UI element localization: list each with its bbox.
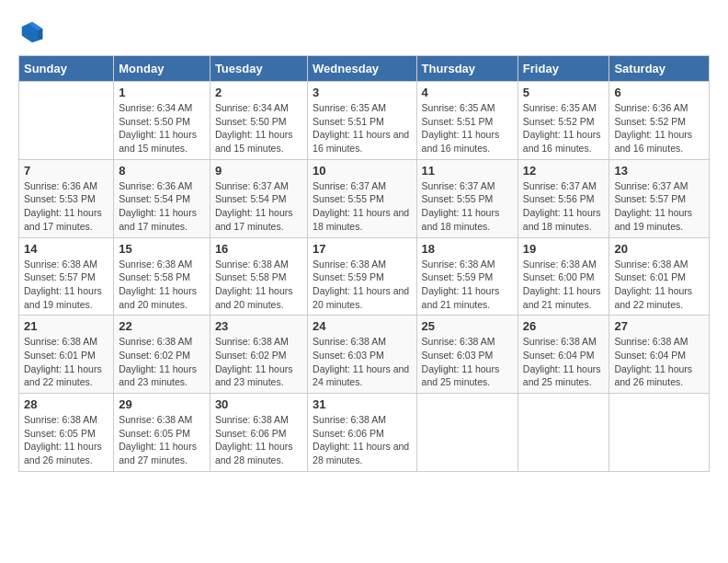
day-info: Sunrise: 6:34 AM Sunset: 5:50 PM Dayligh… [119,101,205,155]
day-info: Sunrise: 6:36 AM Sunset: 5:52 PM Dayligh… [614,101,704,155]
calendar-cell [19,82,114,160]
logo [18,18,50,46]
day-info: Sunrise: 6:38 AM Sunset: 5:59 PM Dayligh… [313,258,411,312]
calendar-cell: 31Sunrise: 6:38 AM Sunset: 6:06 PM Dayli… [308,394,416,472]
day-number: 10 [313,164,411,178]
logo-icon [18,18,46,46]
calendar-cell: 18Sunrise: 6:38 AM Sunset: 5:59 PM Dayli… [416,237,518,316]
day-number: 9 [215,164,302,178]
day-info: Sunrise: 6:38 AM Sunset: 5:59 PM Dayligh… [422,258,513,312]
day-info: Sunrise: 6:38 AM Sunset: 6:06 PM Dayligh… [313,413,411,467]
day-info: Sunrise: 6:38 AM Sunset: 6:05 PM Dayligh… [24,413,108,467]
calendar-cell: 8Sunrise: 6:36 AM Sunset: 5:54 PM Daylig… [114,159,210,237]
day-number: 12 [523,164,605,178]
day-info: Sunrise: 6:38 AM Sunset: 6:01 PM Dayligh… [24,335,108,389]
column-header-sunday: Sunday [19,56,114,82]
column-header-saturday: Saturday [609,56,710,82]
day-number: 24 [313,319,411,333]
calendar-week-3: 14Sunrise: 6:38 AM Sunset: 5:57 PM Dayli… [19,237,710,316]
day-number: 14 [24,242,108,256]
calendar-cell: 13Sunrise: 6:37 AM Sunset: 5:57 PM Dayli… [609,159,710,237]
calendar-cell: 16Sunrise: 6:38 AM Sunset: 5:58 PM Dayli… [210,237,307,316]
calendar-cell: 1Sunrise: 6:34 AM Sunset: 5:50 PM Daylig… [114,82,210,160]
day-info: Sunrise: 6:38 AM Sunset: 6:03 PM Dayligh… [422,335,513,389]
calendar-cell: 24Sunrise: 6:38 AM Sunset: 6:03 PM Dayli… [308,316,416,394]
day-number: 27 [614,319,704,333]
day-info: Sunrise: 6:36 AM Sunset: 5:54 PM Dayligh… [119,179,205,234]
calendar-cell: 6Sunrise: 6:36 AM Sunset: 5:52 PM Daylig… [609,82,710,160]
day-number: 17 [313,242,411,256]
day-info: Sunrise: 6:34 AM Sunset: 5:50 PM Dayligh… [215,101,302,155]
day-number: 19 [523,242,605,256]
day-number: 3 [313,86,411,99]
day-info: Sunrise: 6:38 AM Sunset: 6:04 PM Dayligh… [523,335,605,389]
day-info: Sunrise: 6:38 AM Sunset: 6:03 PM Dayligh… [313,335,411,389]
calendar-cell: 2Sunrise: 6:34 AM Sunset: 5:50 PM Daylig… [210,82,307,160]
day-number: 1 [119,86,205,99]
day-info: Sunrise: 6:38 AM Sunset: 6:02 PM Dayligh… [119,335,205,389]
day-info: Sunrise: 6:38 AM Sunset: 6:06 PM Dayligh… [215,413,302,467]
calendar-cell: 19Sunrise: 6:38 AM Sunset: 6:00 PM Dayli… [518,237,609,316]
calendar-cell: 5Sunrise: 6:35 AM Sunset: 5:52 PM Daylig… [518,82,609,160]
day-number: 6 [614,86,704,99]
day-info: Sunrise: 6:38 AM Sunset: 5:58 PM Dayligh… [215,258,302,312]
day-info: Sunrise: 6:37 AM Sunset: 5:55 PM Dayligh… [422,179,513,234]
day-number: 7 [24,164,108,178]
day-number: 5 [523,86,605,99]
day-number: 20 [614,242,704,256]
day-info: Sunrise: 6:38 AM Sunset: 6:00 PM Dayligh… [523,258,605,312]
calendar-cell: 28Sunrise: 6:38 AM Sunset: 6:05 PM Dayli… [19,394,114,472]
day-info: Sunrise: 6:37 AM Sunset: 5:56 PM Dayligh… [523,179,605,234]
calendar-header: SundayMondayTuesdayWednesdayThursdayFrid… [19,56,710,82]
column-header-thursday: Thursday [416,56,518,82]
day-info: Sunrise: 6:36 AM Sunset: 5:53 PM Dayligh… [24,179,108,234]
calendar-cell: 21Sunrise: 6:38 AM Sunset: 6:01 PM Dayli… [19,316,114,394]
page-header [18,18,710,46]
day-info: Sunrise: 6:37 AM Sunset: 5:57 PM Dayligh… [614,179,704,234]
calendar-week-5: 28Sunrise: 6:38 AM Sunset: 6:05 PM Dayli… [19,394,710,472]
column-header-wednesday: Wednesday [308,56,416,82]
column-header-monday: Monday [114,56,210,82]
day-number: 13 [614,164,704,178]
day-info: Sunrise: 6:38 AM Sunset: 5:57 PM Dayligh… [24,258,108,312]
day-info: Sunrise: 6:35 AM Sunset: 5:51 PM Dayligh… [422,101,513,155]
column-header-friday: Friday [518,56,609,82]
day-info: Sunrise: 6:35 AM Sunset: 5:51 PM Dayligh… [313,101,411,155]
calendar-cell: 4Sunrise: 6:35 AM Sunset: 5:51 PM Daylig… [416,82,518,160]
day-number: 16 [215,242,302,256]
calendar-cell: 7Sunrise: 6:36 AM Sunset: 5:53 PM Daylig… [19,159,114,237]
day-number: 4 [422,86,513,99]
calendar-cell: 29Sunrise: 6:38 AM Sunset: 6:05 PM Dayli… [114,394,210,472]
calendar-cell: 12Sunrise: 6:37 AM Sunset: 5:56 PM Dayli… [518,159,609,237]
calendar-cell [416,394,518,472]
calendar-week-4: 21Sunrise: 6:38 AM Sunset: 6:01 PM Dayli… [19,316,710,394]
calendar-week-1: 1Sunrise: 6:34 AM Sunset: 5:50 PM Daylig… [19,82,710,160]
day-info: Sunrise: 6:38 AM Sunset: 6:01 PM Dayligh… [614,258,704,312]
calendar-cell: 3Sunrise: 6:35 AM Sunset: 5:51 PM Daylig… [308,82,416,160]
day-number: 23 [215,319,302,333]
calendar-cell: 22Sunrise: 6:38 AM Sunset: 6:02 PM Dayli… [114,316,210,394]
calendar-cell: 14Sunrise: 6:38 AM Sunset: 5:57 PM Dayli… [19,237,114,316]
day-number: 15 [119,242,205,256]
column-header-tuesday: Tuesday [210,56,307,82]
day-number: 21 [24,319,108,333]
day-number: 8 [119,164,205,178]
calendar-cell: 30Sunrise: 6:38 AM Sunset: 6:06 PM Dayli… [210,394,307,472]
day-number: 31 [313,397,411,411]
calendar-cell: 9Sunrise: 6:37 AM Sunset: 5:54 PM Daylig… [210,159,307,237]
day-number: 22 [119,319,205,333]
day-number: 18 [422,242,513,256]
calendar-cell: 27Sunrise: 6:38 AM Sunset: 6:04 PM Dayli… [609,316,710,394]
day-number: 29 [119,397,205,411]
calendar-cell: 25Sunrise: 6:38 AM Sunset: 6:03 PM Dayli… [416,316,518,394]
calendar-cell: 23Sunrise: 6:38 AM Sunset: 6:02 PM Dayli… [210,316,307,394]
day-info: Sunrise: 6:38 AM Sunset: 6:05 PM Dayligh… [119,413,205,467]
calendar-cell [609,394,710,472]
day-number: 30 [215,397,302,411]
day-info: Sunrise: 6:38 AM Sunset: 6:04 PM Dayligh… [614,335,704,389]
day-number: 11 [422,164,513,178]
calendar-cell: 10Sunrise: 6:37 AM Sunset: 5:55 PM Dayli… [308,159,416,237]
calendar-cell: 11Sunrise: 6:37 AM Sunset: 5:55 PM Dayli… [416,159,518,237]
calendar-cell: 15Sunrise: 6:38 AM Sunset: 5:58 PM Dayli… [114,237,210,316]
calendar-cell: 26Sunrise: 6:38 AM Sunset: 6:04 PM Dayli… [518,316,609,394]
